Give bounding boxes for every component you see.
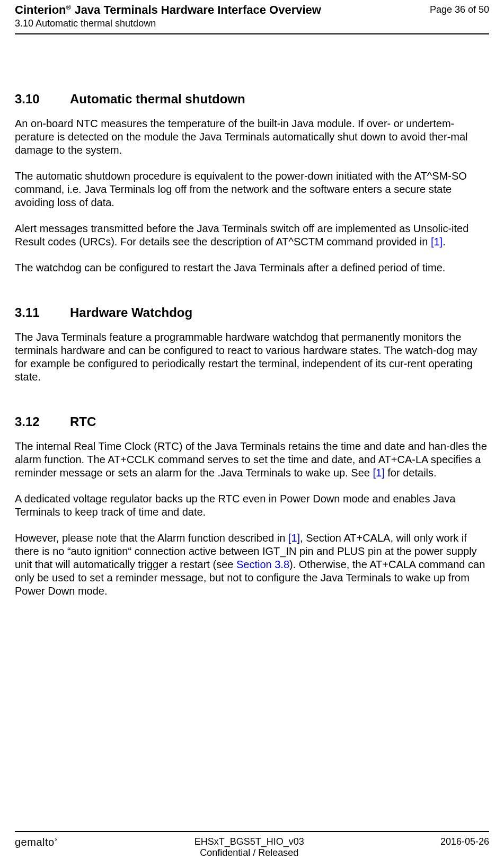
section-title: Hardware Watchdog: [70, 305, 192, 320]
title-prefix: Cinterion: [15, 3, 66, 16]
section-number: 3.10: [15, 92, 70, 107]
doc-id: EHSxT_BGS5T_HIO_v03: [58, 836, 440, 847]
footer-date: 2016-05-26: [440, 836, 489, 847]
section-title: Automatic thermal shutdown: [70, 92, 245, 106]
reference-link[interactable]: Section 3.8: [236, 559, 289, 570]
paragraph: However, please note that the Alarm func…: [15, 532, 489, 598]
confidentiality: Confidential / Released: [58, 847, 440, 859]
paragraph: A dedicated voltage regulator backs up t…: [15, 492, 489, 519]
paragraph: The automatic shutdown procedure is equi…: [15, 170, 489, 209]
gemalto-logo: gemalto×: [15, 836, 58, 848]
paragraph-text: .: [443, 236, 446, 247]
doc-title: Cinterion® Java Terminals Hardware Inter…: [15, 3, 321, 17]
section-number: 3.12: [15, 414, 70, 429]
reference-link[interactable]: [1]: [431, 236, 443, 247]
paragraph-text: Alert messages transmitted before the Ja…: [15, 223, 468, 247]
paragraph-text: However, please note that the Alarm func…: [15, 532, 288, 544]
reference-link[interactable]: [1]: [373, 467, 385, 479]
page-content: 3.10Automatic thermal shutdown An on-boa…: [15, 34, 489, 598]
header-section-path: 3.10 Automatic thermal shutdown: [15, 18, 321, 29]
heading-3-10: 3.10Automatic thermal shutdown: [15, 92, 489, 107]
heading-3-11: 3.11Hardware Watchdog: [15, 305, 489, 320]
page-number: Page 36 of 50: [430, 3, 489, 15]
paragraph: The internal Real Time Clock (RTC) of th…: [15, 440, 489, 480]
paragraph: Alert messages transmitted before the Ja…: [15, 222, 489, 249]
title-rest: Java Terminals Hardware Interface Overvi…: [71, 3, 321, 16]
footer-center: EHSxT_BGS5T_HIO_v03 Confidential / Relea…: [58, 836, 440, 859]
logo-star-icon: ×: [55, 836, 58, 843]
header-left: Cinterion® Java Terminals Hardware Inter…: [15, 3, 321, 29]
heading-3-12: 3.12RTC: [15, 414, 489, 429]
page-footer: gemalto× EHSxT_BGS5T_HIO_v03 Confidentia…: [15, 831, 489, 859]
page-header: Cinterion® Java Terminals Hardware Inter…: [15, 0, 489, 34]
paragraph: The Java Terminals feature a programmabl…: [15, 331, 489, 384]
paragraph: An on-board NTC measures the temperature…: [15, 117, 489, 157]
reference-link[interactable]: [1]: [288, 532, 300, 544]
paragraph: The watchdog can be configured to restar…: [15, 261, 489, 275]
section-title: RTC: [70, 414, 96, 429]
registered-mark: ®: [66, 3, 72, 11]
section-number: 3.11: [15, 305, 70, 320]
logo-text: gemalto: [15, 836, 55, 848]
paragraph-text: for details.: [385, 467, 437, 479]
